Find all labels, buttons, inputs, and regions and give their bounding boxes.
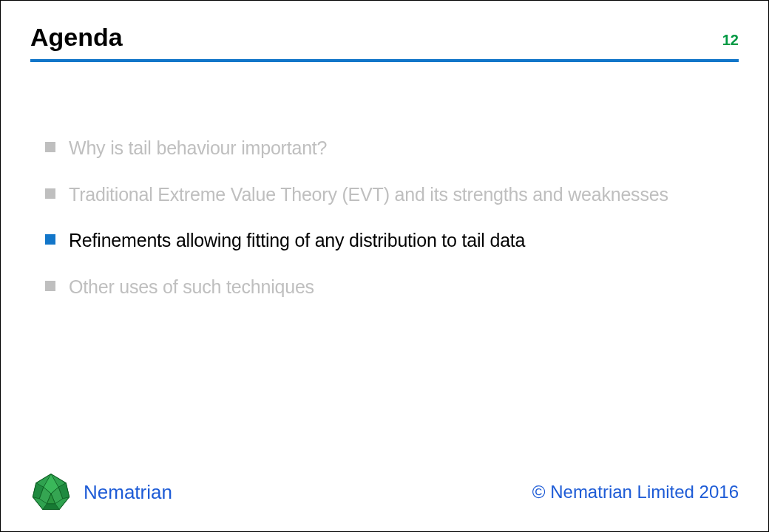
square-bullet-icon [45, 234, 55, 245]
agenda-item-active: Refinements allowing fitting of any dist… [45, 228, 724, 253]
agenda-item: Why is tail behaviour important? [45, 136, 724, 160]
header: Agenda 12 [1, 1, 768, 52]
copyright: © Nematrian Limited 2016 [532, 482, 739, 502]
square-bullet-icon [45, 188, 55, 199]
agenda-item: Traditional Extreme Value Theory (EVT) a… [45, 183, 724, 207]
footer: Nematrian © Nematrian Limited 2016 [1, 471, 768, 531]
agenda-item-text: Traditional Extreme Value Theory (EVT) a… [69, 183, 668, 207]
logo-icon [30, 471, 72, 513]
page-title: Agenda [30, 23, 722, 52]
square-bullet-icon [45, 281, 55, 291]
agenda-item-text: Refinements allowing fitting of any dist… [69, 228, 525, 253]
agenda-item-text: Other uses of such techniques [69, 275, 314, 299]
brand-name: Nematrian [84, 481, 532, 504]
page-number: 12 [722, 32, 739, 52]
agenda-item: Other uses of such techniques [45, 275, 724, 299]
slide: Agenda 12 Why is tail behaviour importan… [0, 0, 769, 532]
square-bullet-icon [45, 142, 55, 152]
agenda-item-text: Why is tail behaviour important? [69, 136, 327, 160]
content: Why is tail behaviour important? Traditi… [1, 62, 768, 471]
